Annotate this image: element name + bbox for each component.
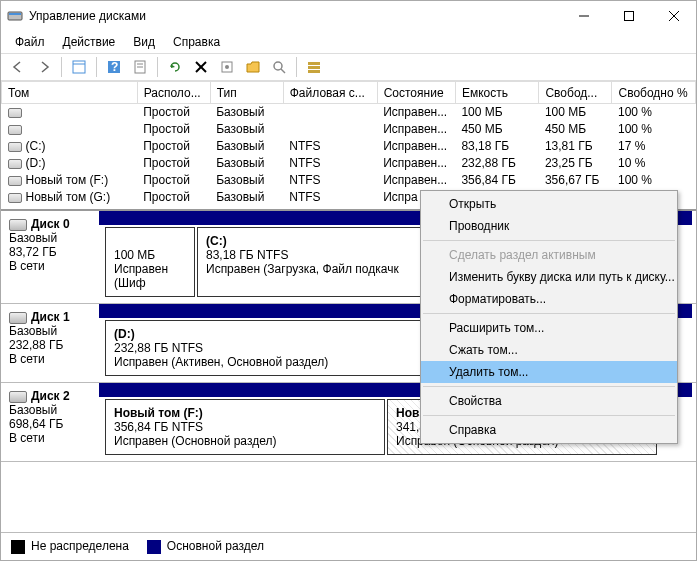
table-row[interactable]: (C:)ПростойБазовыйNTFSИсправен...83,18 Г… [2,138,696,155]
disk-header[interactable]: Диск 0Базовый83,72 ГБВ сети [1,211,99,303]
context-menu-item[interactable]: Удалить том... [421,361,677,383]
volume-icon [8,159,22,169]
folder-icon[interactable] [242,56,264,78]
column-header[interactable]: Емкость [455,82,538,104]
table-row[interactable]: (D:)ПростойБазовыйNTFSИсправен...232,88 … [2,155,696,172]
disk-icon [9,391,27,403]
svg-line-18 [281,69,285,73]
context-menu-item[interactable]: Справка [421,419,677,441]
column-header[interactable]: Располо... [137,82,210,104]
column-header[interactable]: Состояние [377,82,455,104]
volume-icon [8,193,22,203]
svg-rect-3 [624,12,633,21]
refresh-icon[interactable] [164,56,186,78]
volume-block[interactable]: Новый том (F:)356,84 ГБ NTFSИсправен (Ос… [105,399,385,455]
disk-header[interactable]: Диск 2Базовый698,64 ГБВ сети [1,383,99,461]
toolbar: ? [1,53,696,81]
disk-icon [9,312,27,324]
context-menu-item[interactable]: Изменить букву диска или путь к диску... [421,266,677,288]
context-menu-item[interactable]: Открыть [421,193,677,215]
menu-view[interactable]: Вид [125,33,163,51]
window-title: Управление дисками [29,9,561,23]
context-menu-item[interactable]: Форматировать... [421,288,677,310]
svg-point-16 [225,65,229,69]
properties-icon[interactable] [129,56,151,78]
forward-button[interactable] [33,56,55,78]
table-row[interactable]: ПростойБазовыйИсправен...100 МБ100 МБ100… [2,104,696,121]
delete-icon[interactable] [190,56,212,78]
column-header[interactable]: Том [2,82,138,104]
search-icon[interactable] [268,56,290,78]
back-button[interactable] [7,56,29,78]
minimize-button[interactable] [561,1,606,31]
menubar: Файл Действие Вид Справка [1,31,696,53]
list-view-icon[interactable] [303,56,325,78]
close-button[interactable] [651,1,696,31]
titlebar: Управление дисками [1,1,696,31]
volume-icon [8,125,22,135]
maximize-button[interactable] [606,1,651,31]
column-header[interactable]: Тип [210,82,283,104]
column-header[interactable]: Свободно % [612,82,696,104]
context-menu: ОткрытьПроводникСделать раздел активнымИ… [420,190,678,444]
menu-action[interactable]: Действие [55,33,124,51]
svg-rect-19 [308,62,320,65]
svg-rect-21 [308,70,320,73]
disk-header[interactable]: Диск 1Базовый232,88 ГБВ сети [1,304,99,382]
menu-help[interactable]: Справка [165,33,228,51]
svg-rect-1 [9,13,21,15]
context-menu-item[interactable]: Свойства [421,390,677,412]
legend-unallocated: Не распределена [11,539,129,554]
column-header[interactable]: Файловая с... [283,82,377,104]
context-menu-item: Сделать раздел активным [421,244,677,266]
settings-icon[interactable] [216,56,238,78]
volume-icon [8,142,22,152]
svg-text:?: ? [111,60,118,74]
volume-icon [8,108,22,118]
column-header[interactable]: Свобод... [539,82,612,104]
context-menu-item[interactable]: Сжать том... [421,339,677,361]
volume-icon [8,176,22,186]
help-icon[interactable]: ? [103,56,125,78]
legend: Не распределена Основной раздел [1,532,696,560]
table-row[interactable]: ПростойБазовыйИсправен...450 МБ450 МБ100… [2,121,696,138]
app-icon [7,8,23,24]
volume-block[interactable]: 100 МБИсправен (Шиф [105,227,195,297]
view-list-icon[interactable] [68,56,90,78]
svg-rect-6 [73,61,85,73]
svg-rect-20 [308,66,320,69]
context-menu-item[interactable]: Расширить том... [421,317,677,339]
legend-primary: Основной раздел [147,539,264,554]
svg-point-17 [274,62,282,70]
table-row[interactable]: Новый том (F:)ПростойБазовыйNTFSИсправен… [2,172,696,189]
menu-file[interactable]: Файл [7,33,53,51]
disk-icon [9,219,27,231]
context-menu-item[interactable]: Проводник [421,215,677,237]
